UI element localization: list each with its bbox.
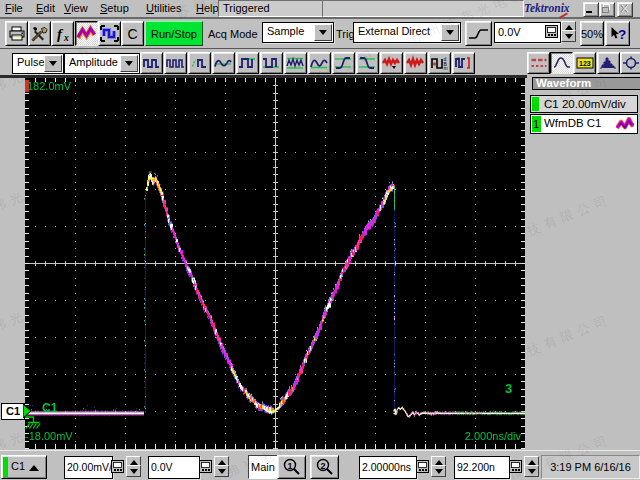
tektronix-logo: Tektronix <box>524 2 576 17</box>
spin-down-icon[interactable] <box>561 30 576 42</box>
set-50-percent-button[interactable]: 50% <box>580 21 604 46</box>
measurement-button-rms[interactable] <box>308 52 331 74</box>
trig-level-spinner[interactable] <box>561 21 575 42</box>
zoom2-button[interactable]: 2 <box>310 455 339 479</box>
clear-button[interactable]: C <box>121 21 144 46</box>
zoom1-button[interactable]: 1 <box>277 455 306 479</box>
pulse-select-button[interactable] <box>98 21 121 46</box>
vertical-offset-spinner[interactable] <box>214 456 228 477</box>
neg-overshoot-icon <box>406 55 425 71</box>
spin-down-icon[interactable] <box>524 465 539 477</box>
measurement-button-low[interactable] <box>260 52 283 74</box>
display-button-readout[interactable]: 123 <box>573 52 596 74</box>
channel-color-bar <box>532 97 539 111</box>
channel-marker[interactable]: C1 <box>1 403 34 419</box>
channel-select-button[interactable]: C1 <box>1 455 47 479</box>
vertical-offset-field[interactable]: 0.0V <box>148 456 200 479</box>
spin-down-icon[interactable] <box>126 465 141 477</box>
measurement-button-pos-overshoot[interactable] <box>380 52 403 74</box>
channel-marker-arrow-icon <box>23 404 32 418</box>
waveform-display: 182.0mV -18.00mV 2.000ns/div 3 C1 <box>25 78 525 449</box>
trig-slope-button[interactable] <box>465 21 492 46</box>
status-box-empty <box>322 0 524 17</box>
vertical-scale-field[interactable]: 20.00mV/ <box>64 456 113 479</box>
run-stop-button[interactable]: Run/Stop <box>145 21 203 46</box>
bottom-voltage-readout: -18.00mV <box>25 430 73 442</box>
main-timebase-button[interactable]: Main <box>248 455 278 479</box>
pulse-select-icon <box>100 25 119 42</box>
legend-row-c1[interactable]: C1 20.00mV/div <box>530 95 638 113</box>
waveform-display-button[interactable] <box>75 21 98 46</box>
measurement-button-risetime[interactable] <box>332 52 355 74</box>
acq-mode-select[interactable]: Sample <box>262 22 334 43</box>
spin-down-icon[interactable] <box>431 465 446 477</box>
zoom1-glyph: 1 <box>287 461 292 471</box>
channel-label: C1 <box>42 401 57 415</box>
measure-category-select[interactable]: Pulse <box>12 53 64 74</box>
magnifier-2-icon: 2 <box>315 458 335 476</box>
measurement-button-burst[interactable] <box>188 52 211 74</box>
keypad-icon[interactable] <box>509 460 522 473</box>
spin-down-icon[interactable] <box>214 465 229 477</box>
display-button-histogram[interactable] <box>597 52 620 74</box>
trig-source-select[interactable]: External Direct <box>353 22 461 43</box>
utility-tools-button[interactable] <box>28 21 51 46</box>
menu-utilities[interactable]: Utilities <box>146 2 181 15</box>
waveform-display-icon <box>553 55 571 71</box>
menu-view[interactable]: View <box>64 2 88 15</box>
minimize-button[interactable] <box>583 2 599 17</box>
wfmdb-icon <box>616 117 634 131</box>
trig-level-field[interactable]: 0.0V <box>494 22 561 43</box>
measurement-button-gated[interactable] <box>452 52 475 74</box>
close-button[interactable] <box>617 2 633 17</box>
amplitude-icon <box>142 55 161 71</box>
horizontal-position-field[interactable]: 92.200n <box>454 456 510 479</box>
measurement-button-mean[interactable] <box>212 52 235 74</box>
marker-3: 3 <box>505 381 512 396</box>
keypad-icon[interactable] <box>545 25 558 38</box>
keypad-icon[interactable] <box>199 460 212 473</box>
vertical-scale-spinner[interactable] <box>126 456 140 477</box>
menu-setup[interactable]: Setup <box>100 2 129 15</box>
readout-icon: 123 <box>576 55 594 71</box>
menu-edit[interactable]: Edit <box>36 2 55 15</box>
measurement-button-pkpk[interactable] <box>284 52 307 74</box>
display-button-cursors[interactable] <box>527 52 550 74</box>
tools-icon <box>31 26 49 42</box>
horizontal-scale-spinner[interactable] <box>431 456 445 477</box>
display-button-waveform-display[interactable] <box>550 52 573 74</box>
measurement-button-high[interactable] <box>236 52 259 74</box>
risetime-icon <box>334 55 353 71</box>
measurement-button-neg-overshoot[interactable] <box>404 52 427 74</box>
measurement-button-dbm[interactable]: dBm <box>428 52 451 74</box>
legend-row-wfmdb[interactable]: 1 WfmDB C1 <box>530 114 638 134</box>
keypad-icon[interactable] <box>111 460 124 473</box>
chevron-down-icon[interactable] <box>314 24 332 41</box>
horizontal-position-spinner[interactable] <box>524 456 538 477</box>
high-icon <box>238 55 257 71</box>
math-fx-button[interactable]: f x <box>51 21 74 46</box>
keypad-icon[interactable] <box>416 460 429 473</box>
svg-text:m: m <box>444 65 448 71</box>
chevron-down-icon[interactable] <box>120 55 138 72</box>
print-icon <box>8 26 26 42</box>
measurement-button-amplitude[interactable] <box>140 52 163 74</box>
chevron-down-icon[interactable] <box>44 55 62 72</box>
print-button[interactable] <box>5 21 28 46</box>
context-help-button[interactable]: ? <box>605 21 630 46</box>
measurement-button-falltime[interactable] <box>356 52 379 74</box>
top-voltage-readout: 182.0mV <box>27 80 71 92</box>
chevron-down-icon[interactable] <box>441 24 459 41</box>
menu-help[interactable]: Help <box>196 2 219 15</box>
horizontal-toolbar: C1 20.00mV/ 0.0V Main <box>0 450 640 480</box>
horizontal-scale-field[interactable]: 2.00000ns <box>359 456 417 479</box>
measure-type-select[interactable]: Amplitude <box>64 53 140 74</box>
waveform-panel-header: Waveform <box>532 77 640 90</box>
restore-button[interactable] <box>599 2 615 17</box>
pos-overshoot-icon <box>382 55 401 71</box>
menu-file[interactable]: File <box>5 2 23 15</box>
gated-icon <box>454 55 473 71</box>
measurement-button-period[interactable] <box>164 52 187 74</box>
display-button-eye-diagram[interactable] <box>620 52 640 74</box>
oscilloscope-screen: FileEditViewSetupUtilitiesHelp Triggered… <box>0 0 640 480</box>
